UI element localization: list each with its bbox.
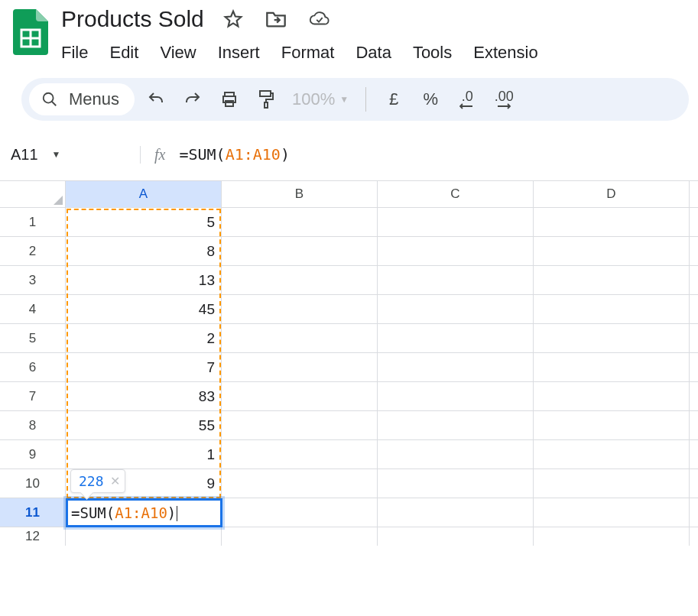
menu-extensions[interactable]: Extensio bbox=[473, 40, 537, 66]
cell[interactable] bbox=[222, 498, 378, 527]
cell[interactable] bbox=[222, 266, 378, 294]
cell[interactable] bbox=[378, 295, 534, 323]
move-to-folder-icon[interactable] bbox=[265, 8, 287, 30]
cell[interactable] bbox=[222, 324, 378, 352]
redo-icon bbox=[183, 90, 202, 109]
menu-edit[interactable]: Edit bbox=[109, 40, 138, 66]
currency-button[interactable]: £ bbox=[378, 84, 409, 115]
cell[interactable] bbox=[222, 237, 378, 265]
cell[interactable] bbox=[378, 440, 534, 468]
doc-title[interactable]: Products Sold bbox=[61, 6, 204, 32]
cell[interactable] bbox=[378, 324, 534, 352]
cell[interactable] bbox=[534, 469, 690, 498]
cell[interactable] bbox=[534, 237, 690, 265]
cell[interactable] bbox=[378, 527, 534, 546]
cell[interactable]: 7 bbox=[66, 353, 222, 381]
paint-format-button[interactable] bbox=[251, 84, 281, 115]
row-header[interactable]: 5 bbox=[0, 324, 66, 352]
cell[interactable] bbox=[378, 208, 534, 236]
row-header[interactable]: 12 bbox=[0, 527, 66, 546]
cell[interactable] bbox=[222, 382, 378, 410]
cell[interactable] bbox=[66, 527, 222, 546]
row-header[interactable]: 7 bbox=[0, 382, 66, 410]
cell[interactable] bbox=[378, 237, 534, 265]
cell[interactable] bbox=[378, 411, 534, 439]
menu-format[interactable]: Format bbox=[281, 40, 335, 66]
row-header[interactable]: 1 bbox=[0, 208, 66, 236]
menu-tools[interactable]: Tools bbox=[413, 40, 452, 66]
name-box-value: A11 bbox=[11, 146, 38, 164]
row-header[interactable]: 6 bbox=[0, 353, 66, 381]
cell[interactable] bbox=[222, 353, 378, 381]
cell[interactable]: 2 bbox=[66, 324, 222, 352]
menu-data[interactable]: Data bbox=[355, 40, 391, 66]
cell[interactable]: 1 bbox=[66, 440, 222, 468]
cell[interactable] bbox=[534, 295, 690, 323]
cell[interactable] bbox=[534, 382, 690, 410]
row-header[interactable]: 9 bbox=[0, 440, 66, 468]
cell[interactable] bbox=[378, 469, 534, 498]
cell[interactable] bbox=[534, 411, 690, 439]
cell[interactable] bbox=[222, 440, 378, 468]
cell[interactable] bbox=[534, 527, 690, 546]
formula-prefix: =SUM( bbox=[179, 145, 225, 164]
cell[interactable] bbox=[378, 353, 534, 381]
increase-decimal-label: .00 bbox=[495, 89, 514, 103]
chevron-down-icon[interactable]: ▼ bbox=[52, 149, 61, 160]
menu-file[interactable]: File bbox=[61, 40, 88, 66]
menu-bar: File Edit View Insert Format Data Tools … bbox=[61, 40, 689, 66]
cell[interactable] bbox=[222, 469, 378, 498]
cell[interactable]: 45 bbox=[66, 295, 222, 323]
cell[interactable] bbox=[534, 266, 690, 294]
redo-button[interactable] bbox=[177, 84, 208, 115]
col-header-a[interactable]: A bbox=[66, 181, 222, 207]
cell[interactable] bbox=[378, 382, 534, 410]
chevron-down-icon: ▼ bbox=[339, 94, 349, 105]
cell[interactable] bbox=[222, 527, 378, 546]
cell[interactable] bbox=[534, 208, 690, 236]
formula-bar[interactable]: =SUM(A1:A10) bbox=[179, 145, 290, 164]
col-header-d[interactable]: D bbox=[534, 181, 690, 207]
cell[interactable]: 5 bbox=[66, 208, 222, 236]
print-button[interactable] bbox=[214, 84, 245, 115]
cell[interactable] bbox=[222, 295, 378, 323]
select-all-corner[interactable] bbox=[0, 181, 66, 207]
cell[interactable] bbox=[534, 498, 690, 527]
cloud-status-icon[interactable] bbox=[308, 8, 330, 30]
close-icon[interactable]: ✕ bbox=[110, 474, 120, 488]
zoom-value: 100% bbox=[292, 89, 335, 109]
row-header[interactable]: 11 bbox=[0, 498, 66, 527]
cell[interactable]: 8 bbox=[66, 237, 222, 265]
menus-search[interactable]: Menus bbox=[29, 83, 135, 115]
svg-line-4 bbox=[52, 102, 57, 106]
cell[interactable]: 55 bbox=[66, 411, 222, 439]
name-box[interactable]: A11 ▼ bbox=[11, 146, 141, 164]
cell[interactable] bbox=[534, 324, 690, 352]
star-icon[interactable] bbox=[222, 8, 244, 30]
row-header[interactable]: 3 bbox=[0, 266, 66, 294]
undo-button[interactable] bbox=[141, 84, 171, 115]
col-header-b[interactable]: B bbox=[222, 181, 378, 207]
row-header[interactable]: 8 bbox=[0, 411, 66, 439]
percent-button[interactable]: % bbox=[415, 84, 446, 115]
row-header[interactable]: 10 bbox=[0, 469, 66, 498]
row-header[interactable]: 2 bbox=[0, 237, 66, 265]
text-cursor bbox=[177, 506, 177, 521]
cell[interactable]: 13 bbox=[66, 266, 222, 294]
cell[interactable] bbox=[378, 498, 534, 527]
cell[interactable] bbox=[222, 411, 378, 439]
row-header[interactable]: 4 bbox=[0, 295, 66, 323]
col-header-c[interactable]: C bbox=[378, 181, 534, 207]
cell[interactable] bbox=[222, 208, 378, 236]
cell[interactable] bbox=[534, 353, 690, 381]
zoom-dropdown[interactable]: 100% ▼ bbox=[287, 89, 353, 109]
cell[interactable] bbox=[378, 266, 534, 294]
cell[interactable]: 83 bbox=[66, 382, 222, 410]
cell[interactable] bbox=[534, 440, 690, 468]
menu-insert[interactable]: Insert bbox=[218, 40, 260, 66]
increase-decimal-button[interactable]: .00 bbox=[489, 84, 519, 115]
menu-view[interactable]: View bbox=[160, 40, 196, 66]
sheets-logo[interactable] bbox=[9, 11, 52, 53]
decrease-decimal-button[interactable]: .0 bbox=[452, 84, 482, 115]
cell-editor[interactable]: =SUM(A1:A10) bbox=[66, 498, 222, 527]
